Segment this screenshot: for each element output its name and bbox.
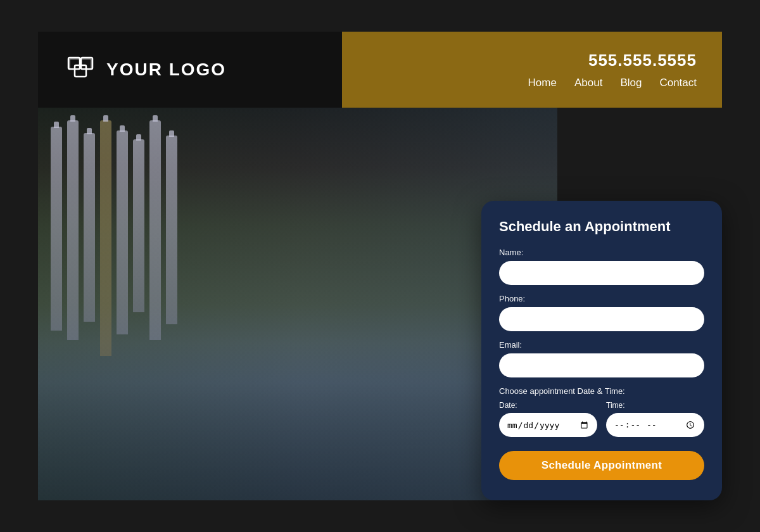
bottle-6	[133, 139, 144, 312]
main-content: Schedule an Appointment Name: Phone: Ema…	[38, 108, 722, 500]
bottle-1	[51, 127, 62, 331]
phone-label: Phone:	[499, 294, 704, 303]
appointment-form: Schedule an Appointment Name: Phone: Ema…	[481, 201, 722, 500]
form-title: Schedule an Appointment	[499, 218, 704, 235]
bottle-3	[84, 133, 95, 322]
logo-text: YOUR LOGO	[106, 60, 226, 80]
hero-image	[38, 108, 557, 500]
bottle-7	[149, 120, 161, 340]
time-input[interactable]	[606, 413, 704, 437]
header-left: YOUR LOGO	[38, 32, 342, 108]
time-col: Time:	[606, 401, 704, 437]
date-col: Date:	[499, 401, 597, 437]
schedule-appointment-button[interactable]: Schedule Appointment	[499, 451, 704, 480]
date-time-row: Date: Time:	[499, 401, 704, 437]
bottle-5	[117, 130, 128, 334]
nav-blog[interactable]: Blog	[620, 77, 642, 89]
header-right: 555.555.5555 Home About Blog Contact	[342, 32, 722, 108]
name-input[interactable]	[499, 261, 704, 285]
datetime-label: Choose appointment Date & Time:	[499, 386, 704, 396]
bottle-2	[67, 120, 79, 340]
time-sublabel: Time:	[606, 401, 704, 410]
nav-links: Home About Blog Contact	[528, 77, 697, 89]
email-input[interactable]	[499, 353, 704, 377]
date-input[interactable]	[499, 413, 597, 437]
nav-contact[interactable]: Contact	[659, 77, 697, 89]
nav-home[interactable]: Home	[528, 77, 557, 89]
logo-container: YOUR LOGO	[63, 53, 226, 87]
datetime-section: Choose appointment Date & Time: Date: Ti…	[499, 386, 704, 437]
phone-input[interactable]	[499, 307, 704, 331]
email-group: Email:	[499, 340, 704, 377]
page-wrapper: YOUR LOGO 555.555.5555 Home About Blog C…	[38, 32, 722, 500]
logo-icon	[63, 53, 98, 87]
bottle-4	[100, 120, 111, 356]
header: YOUR LOGO 555.555.5555 Home About Blog C…	[38, 32, 722, 108]
bottles-left	[51, 120, 177, 434]
email-label: Email:	[499, 340, 704, 350]
phone-group: Phone:	[499, 294, 704, 331]
date-sublabel: Date:	[499, 401, 597, 410]
nav-about[interactable]: About	[574, 77, 602, 89]
bottle-8	[166, 136, 177, 324]
phone-number: 555.555.5555	[588, 51, 697, 70]
name-label: Name:	[499, 248, 704, 257]
name-group: Name:	[499, 248, 704, 285]
